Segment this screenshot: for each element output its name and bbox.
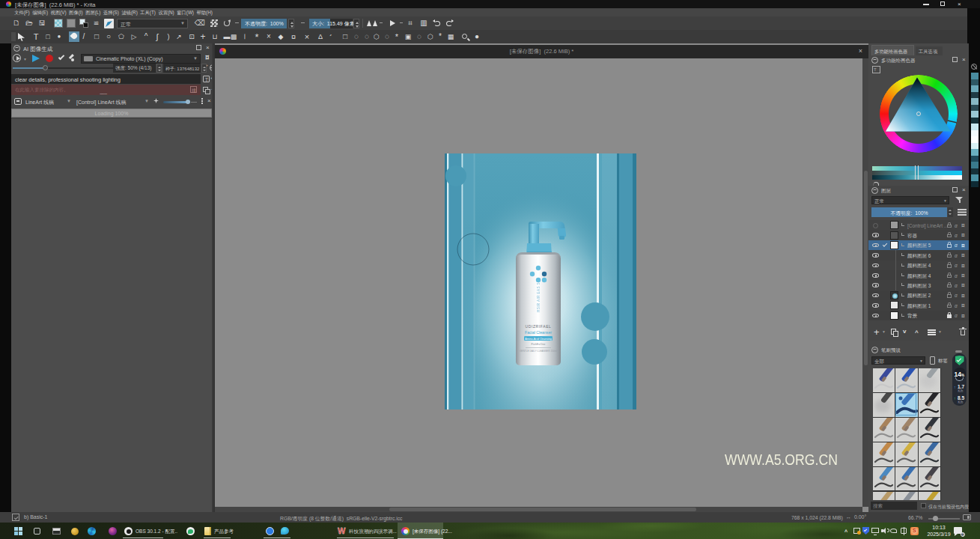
svg-text:GENTLE DAILY CLEANSER 150ml: GENTLE DAILY CLEANSER 150ml (520, 350, 557, 353)
svg-text:FishEvOne: FishEvOne (532, 343, 546, 346)
svg-text:Facial Cleanser: Facial Cleanser (525, 330, 552, 335)
svg-text:UDIZRIFAEL: UDIZRIFAEL (526, 324, 552, 329)
svg-text:HSIR AIR EAS S: HSIR AIR EAS S (537, 282, 541, 312)
svg-text:Amino-Acid Cleansing: Amino-Acid Cleansing (525, 338, 551, 341)
